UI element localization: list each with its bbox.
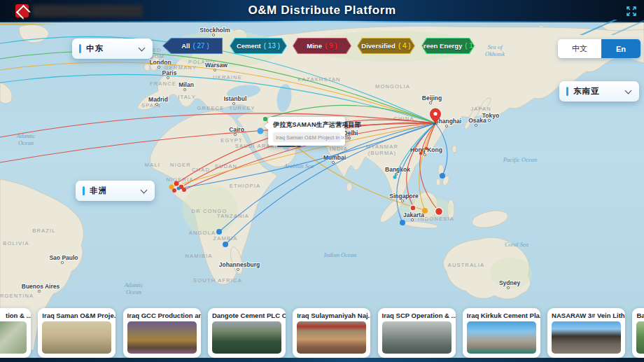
project-marker-green[interactable] bbox=[262, 116, 268, 122]
chip-body: All( 27 ) bbox=[163, 39, 222, 53]
language-zh-button[interactable]: 中文 bbox=[558, 39, 601, 58]
chip-count: ( 9 ) bbox=[325, 42, 337, 50]
filter-chip-diversified[interactable]: Diversified( 4 ) bbox=[357, 38, 415, 54]
project-marker-blue[interactable] bbox=[440, 173, 445, 179]
project-marker-red[interactable] bbox=[182, 188, 186, 192]
chip-label: All bbox=[181, 42, 190, 50]
chevron-down-icon bbox=[625, 87, 632, 94]
page-title: O&M Distribute Platform bbox=[0, 4, 644, 18]
cement-plant-sky-photo bbox=[467, 321, 536, 354]
chip-label: Mine bbox=[307, 42, 322, 50]
chip-label: Cement bbox=[237, 42, 261, 50]
project-marker-blue[interactable] bbox=[223, 242, 228, 247]
project-card[interactable]: tion & ... bbox=[0, 308, 31, 358]
filter-chip-green-energy[interactable]: Green Energy( 1 ) bbox=[421, 38, 475, 54]
filter-chip-all[interactable]: All( 27 ) bbox=[162, 38, 223, 54]
forest-aerial-photo bbox=[212, 321, 281, 354]
project-marker-red[interactable] bbox=[419, 152, 422, 155]
chip-count: ( 13 ) bbox=[264, 42, 280, 50]
header-right-decoration bbox=[567, 20, 644, 35]
header-glow bbox=[252, 20, 392, 23]
factory-interior-photo bbox=[297, 321, 366, 354]
project-card-title: Iraq Kirkuk Cement Pla... bbox=[467, 311, 536, 321]
project-marker-red[interactable] bbox=[435, 208, 443, 216]
filter-chip-cement[interactable]: Cement( 13 ) bbox=[230, 38, 287, 54]
project-marker-blue[interactable] bbox=[216, 229, 222, 235]
project-card-title: Ba... bbox=[636, 311, 644, 321]
chip-count: ( 1 ) bbox=[465, 42, 477, 50]
project-card-title: Iraq GCC Production an... bbox=[127, 311, 197, 321]
chip-label: Diversified bbox=[361, 42, 396, 50]
project-marker-red[interactable] bbox=[174, 181, 179, 186]
accent-bar bbox=[83, 186, 85, 195]
open-pit-mine-photo bbox=[552, 321, 621, 354]
fullscreen-icon[interactable] bbox=[625, 5, 638, 18]
header-left-decoration bbox=[0, 23, 62, 25]
filter-chip-mine[interactable]: Mine( 9 ) bbox=[293, 38, 351, 54]
region-label: 中东 bbox=[86, 43, 132, 54]
project-card[interactable]: Iraq Saman O&M Proje... bbox=[38, 308, 115, 358]
project-card[interactable]: Dangote Cement PLC O... bbox=[208, 308, 286, 358]
green-plant-photo bbox=[636, 321, 644, 354]
chip-label: Green Energy bbox=[419, 42, 462, 50]
region-dropdown-middle-east[interactable]: 中东 bbox=[72, 39, 153, 59]
chip-body: Diversified( 4 ) bbox=[358, 39, 414, 53]
chevron-down-icon bbox=[139, 44, 146, 51]
chip-body: Mine( 9 ) bbox=[293, 39, 351, 53]
chevron-down-icon bbox=[141, 186, 148, 193]
chip-body: Green Energy( 1 ) bbox=[422, 39, 474, 53]
project-marker-orange[interactable] bbox=[169, 185, 174, 190]
project-card-title: Iraq SCP Operation & ... bbox=[382, 311, 451, 321]
region-label: 东南亚 bbox=[573, 86, 619, 97]
region-label: 非洲 bbox=[90, 186, 134, 196]
hill-plant-photo bbox=[127, 321, 197, 354]
om-distribute-platform: UNITEDKINGDOMGERMANYPOLANDUKRAINEFRANCEI… bbox=[0, 0, 644, 362]
project-card[interactable]: Iraq GCC Production an... bbox=[123, 308, 201, 358]
tooltip-subtitle-en: Iraq Saman O&M Project in Iraq bbox=[273, 132, 341, 142]
project-card-title: Iraq Sulaymaniyah Naj... bbox=[297, 311, 366, 321]
project-card[interactable]: Ba... bbox=[632, 308, 644, 358]
project-card[interactable]: Iraq Sulaymaniyah Naj... bbox=[293, 308, 370, 358]
language-en-button[interactable]: En bbox=[601, 39, 640, 58]
plant-green-photo bbox=[0, 321, 27, 354]
region-dropdown-southeast-asia[interactable]: 东南亚 bbox=[559, 81, 639, 102]
accent-bar bbox=[79, 44, 81, 53]
accent-bar bbox=[566, 87, 568, 96]
chip-body: Cement( 13 ) bbox=[230, 39, 286, 53]
project-marker-red[interactable] bbox=[410, 205, 416, 211]
gray-plant-photo bbox=[382, 321, 451, 354]
project-card-title: Dangote Cement PLC O... bbox=[212, 311, 281, 321]
language-toggle: 中文 En bbox=[558, 39, 640, 58]
project-card[interactable]: Iraq Kirkuk Cement Pla... bbox=[463, 308, 540, 358]
project-marker-red[interactable] bbox=[425, 147, 428, 150]
chip-count: ( 4 ) bbox=[398, 42, 411, 50]
bottom-accent-bar bbox=[0, 358, 644, 362]
desert-plant-photo bbox=[42, 321, 111, 354]
project-card[interactable]: NASARAW 3# Vein Lith... bbox=[547, 308, 625, 358]
project-card-title: tion & ... bbox=[0, 311, 27, 321]
project-card[interactable]: Iraq SCP Operation & ... bbox=[378, 308, 456, 358]
project-tooltip[interactable]: 伊拉克SAMAN生产运营项目部 Iraq Saman O&M Project i… bbox=[268, 117, 345, 146]
project-marker-lightblue[interactable] bbox=[258, 128, 264, 134]
top-header: O&M Distribute Platform bbox=[0, 0, 644, 22]
region-dropdown-africa[interactable]: 非洲 bbox=[76, 181, 155, 201]
project-marker-blue[interactable] bbox=[177, 187, 181, 190]
project-card-carousel: tion & ...Iraq Saman O&M Proje...Iraq GC… bbox=[0, 308, 644, 358]
tooltip-title-zh: 伊拉克SAMAN生产运营项目部 bbox=[273, 120, 341, 130]
project-marker-cyan[interactable] bbox=[393, 176, 397, 179]
project-marker-blue[interactable] bbox=[400, 220, 405, 225]
project-card-title: NASARAW 3# Vein Lith... bbox=[552, 311, 621, 321]
project-marker-orange[interactable] bbox=[422, 208, 428, 214]
project-card-title: Iraq Saman O&M Proje... bbox=[42, 311, 111, 321]
chip-count: ( 27 ) bbox=[192, 42, 209, 50]
